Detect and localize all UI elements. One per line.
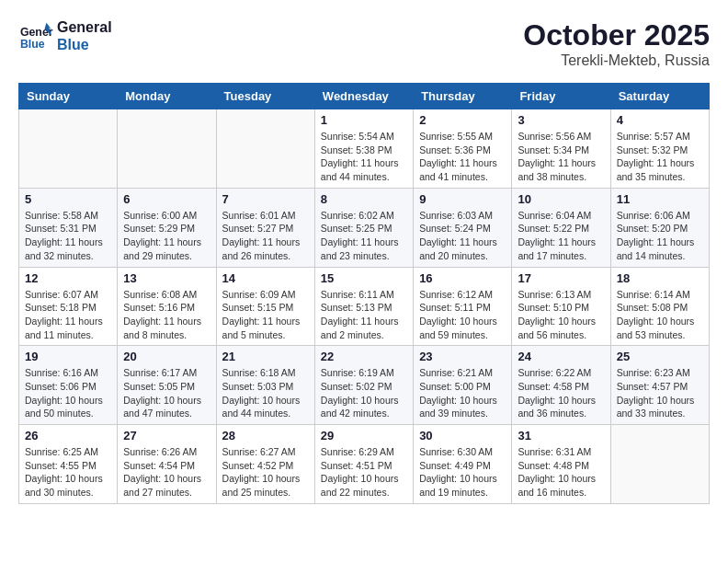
day-cell-5: 5Sunrise: 5:58 AM Sunset: 5:31 PM Daylig… (19, 188, 118, 267)
location: Terekli-Mekteb, Russia (523, 52, 710, 69)
day-cell-29: 29Sunrise: 6:29 AM Sunset: 4:51 PM Dayli… (314, 425, 413, 504)
day-info-22: Sunrise: 6:19 AM Sunset: 5:02 PM Dayligh… (321, 366, 407, 420)
day-cell-12: 12Sunrise: 6:07 AM Sunset: 5:18 PM Dayli… (19, 267, 118, 346)
day-info-5: Sunrise: 5:58 AM Sunset: 5:31 PM Dayligh… (25, 209, 111, 263)
day-number-24: 24 (518, 350, 604, 363)
day-cell-23: 23Sunrise: 6:21 AM Sunset: 5:00 PM Dayli… (414, 346, 512, 425)
day-cell-11: 11Sunrise: 6:06 AM Sunset: 5:20 PM Dayli… (610, 188, 709, 267)
day-info-16: Sunrise: 6:12 AM Sunset: 5:11 PM Dayligh… (419, 288, 506, 342)
day-number-11: 11 (617, 192, 703, 206)
day-cell-9: 9Sunrise: 6:03 AM Sunset: 5:24 PM Daylig… (414, 188, 512, 267)
day-number-17: 17 (518, 271, 604, 285)
day-cell-20: 20Sunrise: 6:17 AM Sunset: 5:05 PM Dayli… (118, 346, 216, 425)
day-number-4: 4 (617, 113, 703, 127)
weekday-monday: Monday (118, 84, 216, 109)
day-cell-4: 4Sunrise: 5:57 AM Sunset: 5:32 PM Daylig… (610, 109, 709, 189)
day-cell-22: 22Sunrise: 6:19 AM Sunset: 5:02 PM Dayli… (314, 346, 413, 425)
day-info-25: Sunrise: 6:23 AM Sunset: 4:57 PM Dayligh… (617, 366, 703, 420)
day-cell-24: 24Sunrise: 6:22 AM Sunset: 4:58 PM Dayli… (512, 346, 610, 425)
day-number-22: 22 (321, 350, 407, 363)
month-year: October 2025 (523, 18, 710, 52)
day-info-7: Sunrise: 6:01 AM Sunset: 5:27 PM Dayligh… (222, 209, 309, 263)
day-number-9: 9 (419, 192, 506, 206)
day-number-20: 20 (123, 350, 210, 363)
day-info-18: Sunrise: 6:14 AM Sunset: 5:08 PM Dayligh… (617, 288, 703, 342)
day-number-12: 12 (25, 271, 111, 285)
day-number-8: 8 (321, 192, 407, 206)
day-info-13: Sunrise: 6:08 AM Sunset: 5:16 PM Dayligh… (123, 288, 210, 342)
empty-cell (19, 109, 118, 189)
day-number-3: 3 (518, 113, 604, 127)
day-number-16: 16 (419, 271, 506, 285)
day-number-5: 5 (25, 192, 111, 206)
day-cell-14: 14Sunrise: 6:09 AM Sunset: 5:15 PM Dayli… (216, 267, 314, 346)
day-info-15: Sunrise: 6:11 AM Sunset: 5:13 PM Dayligh… (321, 288, 407, 342)
day-info-9: Sunrise: 6:03 AM Sunset: 5:24 PM Dayligh… (419, 209, 506, 263)
day-number-23: 23 (419, 350, 506, 363)
day-number-25: 25 (617, 350, 703, 363)
day-number-7: 7 (222, 192, 309, 206)
day-number-21: 21 (222, 350, 309, 363)
day-cell-26: 26Sunrise: 6:25 AM Sunset: 4:55 PM Dayli… (19, 425, 118, 504)
day-info-26: Sunrise: 6:25 AM Sunset: 4:55 PM Dayligh… (25, 445, 111, 500)
day-number-13: 13 (123, 271, 210, 285)
weekday-saturday: Saturday (610, 84, 709, 109)
weekday-tuesday: Tuesday (216, 84, 314, 109)
day-info-31: Sunrise: 6:31 AM Sunset: 4:48 PM Dayligh… (518, 445, 604, 500)
logo-blue: Blue (57, 36, 112, 53)
week-row-3: 12Sunrise: 6:07 AM Sunset: 5:18 PM Dayli… (19, 267, 710, 346)
day-number-15: 15 (321, 271, 407, 285)
day-info-29: Sunrise: 6:29 AM Sunset: 4:51 PM Dayligh… (321, 445, 407, 500)
weekday-wednesday: Wednesday (314, 84, 413, 109)
day-info-24: Sunrise: 6:22 AM Sunset: 4:58 PM Dayligh… (518, 366, 604, 420)
day-info-2: Sunrise: 5:55 AM Sunset: 5:36 PM Dayligh… (419, 130, 506, 184)
weekday-thursday: Thursday (414, 84, 512, 109)
day-info-23: Sunrise: 6:21 AM Sunset: 5:00 PM Dayligh… (419, 366, 506, 420)
day-number-31: 31 (518, 429, 604, 442)
day-number-14: 14 (222, 271, 309, 285)
day-cell-27: 27Sunrise: 6:26 AM Sunset: 4:54 PM Dayli… (118, 425, 216, 504)
week-row-4: 19Sunrise: 6:16 AM Sunset: 5:06 PM Dayli… (19, 346, 710, 425)
day-number-29: 29 (321, 429, 407, 442)
empty-cell (118, 109, 216, 189)
weekday-header-row: SundayMondayTuesdayWednesdayThursdayFrid… (19, 84, 710, 109)
day-info-21: Sunrise: 6:18 AM Sunset: 5:03 PM Dayligh… (222, 366, 309, 420)
day-number-10: 10 (518, 192, 604, 206)
day-cell-31: 31Sunrise: 6:31 AM Sunset: 4:48 PM Dayli… (512, 425, 610, 504)
day-info-20: Sunrise: 6:17 AM Sunset: 5:05 PM Dayligh… (123, 366, 210, 420)
empty-cell (610, 425, 709, 504)
day-info-6: Sunrise: 6:00 AM Sunset: 5:29 PM Dayligh… (123, 209, 210, 263)
weekday-friday: Friday (512, 84, 610, 109)
day-number-27: 27 (123, 429, 210, 442)
title-block: October 2025 Terekli-Mekteb, Russia (523, 18, 710, 69)
page-header: General Blue General Blue October 2025 T… (18, 18, 710, 69)
logo-general: General (57, 18, 112, 36)
day-cell-30: 30Sunrise: 6:30 AM Sunset: 4:49 PM Dayli… (414, 425, 512, 504)
day-info-14: Sunrise: 6:09 AM Sunset: 5:15 PM Dayligh… (222, 288, 309, 342)
day-number-6: 6 (123, 192, 210, 206)
day-cell-3: 3Sunrise: 5:56 AM Sunset: 5:34 PM Daylig… (512, 109, 610, 189)
calendar: SundayMondayTuesdayWednesdayThursdayFrid… (18, 83, 710, 504)
day-cell-21: 21Sunrise: 6:18 AM Sunset: 5:03 PM Dayli… (216, 346, 314, 425)
day-cell-13: 13Sunrise: 6:08 AM Sunset: 5:16 PM Dayli… (118, 267, 216, 346)
day-cell-10: 10Sunrise: 6:04 AM Sunset: 5:22 PM Dayli… (512, 188, 610, 267)
empty-cell (216, 109, 314, 189)
day-info-8: Sunrise: 6:02 AM Sunset: 5:25 PM Dayligh… (321, 209, 407, 263)
day-cell-7: 7Sunrise: 6:01 AM Sunset: 5:27 PM Daylig… (216, 188, 314, 267)
week-row-1: 1Sunrise: 5:54 AM Sunset: 5:38 PM Daylig… (19, 109, 710, 189)
day-info-10: Sunrise: 6:04 AM Sunset: 5:22 PM Dayligh… (518, 209, 604, 263)
day-cell-18: 18Sunrise: 6:14 AM Sunset: 5:08 PM Dayli… (610, 267, 709, 346)
day-cell-16: 16Sunrise: 6:12 AM Sunset: 5:11 PM Dayli… (414, 267, 512, 346)
day-number-19: 19 (25, 350, 111, 363)
day-info-3: Sunrise: 5:56 AM Sunset: 5:34 PM Dayligh… (518, 130, 604, 184)
day-info-27: Sunrise: 6:26 AM Sunset: 4:54 PM Dayligh… (123, 445, 210, 500)
day-info-1: Sunrise: 5:54 AM Sunset: 5:38 PM Dayligh… (321, 130, 407, 184)
day-cell-1: 1Sunrise: 5:54 AM Sunset: 5:38 PM Daylig… (314, 109, 413, 189)
day-cell-15: 15Sunrise: 6:11 AM Sunset: 5:13 PM Dayli… (314, 267, 413, 346)
day-info-4: Sunrise: 5:57 AM Sunset: 5:32 PM Dayligh… (617, 130, 703, 184)
day-cell-6: 6Sunrise: 6:00 AM Sunset: 5:29 PM Daylig… (118, 188, 216, 267)
day-info-12: Sunrise: 6:07 AM Sunset: 5:18 PM Dayligh… (25, 288, 111, 342)
day-cell-2: 2Sunrise: 5:55 AM Sunset: 5:36 PM Daylig… (414, 109, 512, 189)
weekday-sunday: Sunday (19, 84, 118, 109)
day-cell-19: 19Sunrise: 6:16 AM Sunset: 5:06 PM Dayli… (19, 346, 118, 425)
